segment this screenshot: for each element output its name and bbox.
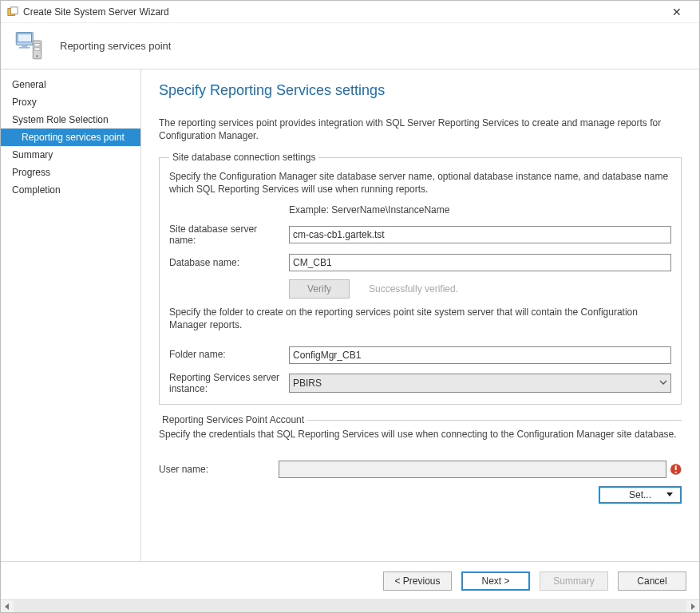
account-desc: Specify the credentials that SQL Reporti… [159, 429, 682, 441]
svg-rect-5 [19, 46, 30, 48]
close-button[interactable]: ✕ [661, 6, 693, 18]
account-group: Reporting Services Point Account Specify… [159, 414, 682, 513]
set-button[interactable]: Set... [599, 486, 682, 504]
svg-rect-7 [34, 43, 40, 46]
sidebar-item-summary[interactable]: Summary [1, 146, 140, 164]
sidebar-item-completion[interactable]: Completion [1, 181, 140, 199]
wizard-sidebar: General Proxy System Role Selection Repo… [1, 69, 141, 561]
page-intro: The reporting services point provides in… [159, 117, 682, 142]
svg-rect-8 [34, 47, 40, 50]
next-button[interactable]: Next > [461, 571, 530, 591]
scroll-left-arrow-icon[interactable] [1, 600, 14, 613]
site-database-desc: Specify the Configuration Manager site d… [169, 171, 671, 196]
wizard-footer: < Previous Next > Summary Cancel [1, 561, 699, 599]
page-subtitle: Reporting services point [60, 40, 171, 52]
user-name-label: User name: [159, 464, 279, 475]
window-title: Create Site System Server Wizard [23, 6, 661, 18]
titlebar: Create Site System Server Wizard ✕ [1, 1, 699, 23]
server-name-input[interactable] [289, 226, 671, 243]
svg-rect-1 [10, 6, 18, 14]
verify-button: Verify [289, 279, 350, 299]
previous-button[interactable]: < Previous [383, 571, 452, 591]
site-database-legend: Site database connection settings [169, 152, 318, 163]
svg-point-9 [36, 54, 38, 57]
instance-selected-value: PBIRS [293, 378, 322, 389]
sidebar-item-proxy[interactable]: Proxy [1, 93, 140, 111]
scroll-track[interactable] [14, 600, 686, 613]
example-label: Example: ServerName\InstanceName [289, 204, 671, 216]
set-button-label: Set... [629, 489, 651, 500]
dropdown-arrow-icon [666, 489, 674, 500]
chevron-down-icon [659, 378, 667, 389]
app-icon [7, 6, 18, 18]
sidebar-item-general[interactable]: General [1, 76, 140, 93]
wizard-body: General Proxy System Role Selection Repo… [1, 69, 699, 561]
account-legend: Reporting Services Point Account [159, 414, 307, 425]
folder-name-label: Folder name: [169, 349, 289, 360]
warning-icon [670, 463, 682, 476]
horizontal-scrollbar[interactable] [1, 599, 699, 612]
server-icon [12, 30, 45, 63]
folder-desc: Specify the folder to create on the repo… [169, 306, 671, 331]
cancel-button[interactable]: Cancel [618, 571, 686, 591]
svg-rect-3 [18, 34, 32, 42]
svg-rect-4 [22, 45, 27, 47]
wizard-window: Create Site System Server Wizard ✕ Repor… [0, 0, 700, 613]
verify-status: Successfully verified. [369, 283, 458, 295]
sidebar-item-progress[interactable]: Progress [1, 164, 140, 181]
svg-rect-12 [674, 472, 676, 473]
svg-rect-11 [674, 465, 676, 470]
scroll-right-arrow-icon[interactable] [686, 600, 699, 613]
page-header: Reporting services point [1, 23, 699, 69]
instance-label: Reporting Services server instance: [169, 372, 289, 395]
database-name-label: Database name: [169, 257, 289, 268]
server-name-label: Site database server name: [169, 223, 289, 247]
database-name-input[interactable] [289, 254, 671, 271]
site-database-group: Site database connection settings Specif… [159, 152, 682, 405]
folder-name-input[interactable] [289, 346, 671, 364]
instance-select[interactable]: PBIRS [289, 374, 671, 393]
wizard-main: Specify Reporting Services settings The … [141, 69, 699, 561]
summary-button: Summary [540, 571, 608, 591]
sidebar-item-reporting-services-point[interactable]: Reporting services point [1, 129, 140, 146]
user-name-input [279, 461, 666, 478]
sidebar-item-system-role[interactable]: System Role Selection [1, 111, 140, 129]
page-heading: Specify Reporting Services settings [159, 82, 682, 99]
